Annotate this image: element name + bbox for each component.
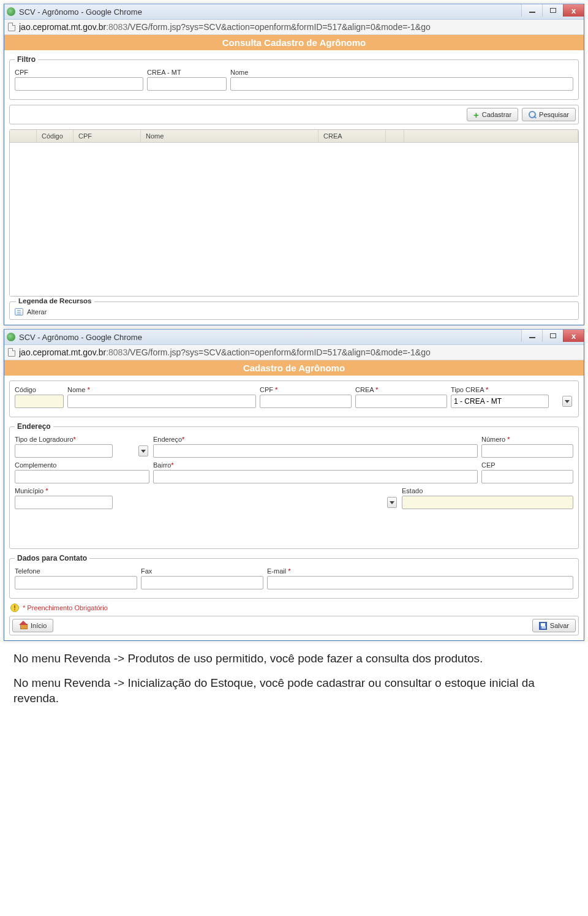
search-icon	[529, 111, 536, 118]
legenda-item-alterar: Alterar	[15, 308, 573, 316]
page-title: Cadastro de Agrônomo	[4, 360, 584, 376]
contato-fieldset: Dados para Contato Telefone Fax E-mail *	[9, 554, 579, 599]
titlebar[interactable]: SCV - Agrônomo - Google Chrome x	[4, 4, 584, 20]
telefone-input[interactable]	[15, 576, 137, 589]
endereco-input[interactable]	[153, 444, 478, 458]
window-title: SCV - Agrônomo - Google Chrome	[19, 7, 142, 17]
numero-input[interactable]	[481, 444, 573, 458]
page-content: Consulta Cadastro de Agrônomo Filtro CPF…	[4, 35, 584, 325]
cadastrar-label: Cadastrar	[482, 111, 511, 118]
email-input[interactable]	[267, 576, 573, 589]
button-bar: + Cadastrar Pesquisar	[9, 105, 579, 124]
maximize-button[interactable]	[542, 4, 563, 17]
crea-label: CREA *	[355, 386, 447, 393]
filtro-legend: Filtro	[15, 55, 38, 64]
window-controls: x	[521, 4, 584, 17]
nome-label: Nome	[230, 69, 573, 76]
document-icon	[8, 348, 15, 357]
footer-bar: Início Salvar	[9, 616, 579, 635]
cep-input[interactable]	[481, 470, 573, 483]
grid-col-codigo[interactable]: Código	[37, 130, 74, 142]
pesquisar-label: Pesquisar	[539, 111, 569, 118]
endereco-legend: Endereço	[15, 422, 53, 431]
url-port: :8083	[106, 22, 127, 32]
grid-col-nome[interactable]: Nome	[141, 130, 318, 142]
url-text: jao.cepromat.mt.gov.br:8083/VEG/form.jsp…	[19, 347, 431, 357]
required-note-text: * Preenchimento Obrigatório	[23, 604, 108, 611]
page-title: Consulta Cadastro de Agrônomo	[4, 35, 584, 50]
inicio-button[interactable]: Início	[12, 619, 53, 632]
inicio-label: Início	[31, 622, 47, 629]
cadastrar-button[interactable]: + Cadastrar	[467, 108, 518, 121]
window-title: SCV - Agrônomo - Google Chrome	[19, 333, 142, 342]
legenda-title: Legenda de Recursos	[16, 297, 94, 305]
document-icon	[8, 23, 15, 31]
url-path: /VEG/form.jsp?sys=SCV&action=openform&fo…	[127, 22, 431, 32]
complemento-input[interactable]	[15, 470, 149, 483]
window-consulta: SCV - Agrônomo - Google Chrome x jao.cep…	[4, 4, 584, 325]
fax-input[interactable]	[141, 576, 263, 589]
grid-header: Código CPF Nome CREA	[10, 130, 578, 143]
results-grid: Código CPF Nome CREA	[9, 129, 579, 297]
chevron-down-icon	[138, 445, 148, 456]
url-text: jao.cepromat.mt.gov.br:8083/VEG/form.jsp…	[19, 22, 431, 32]
tipo-crea-label: Tipo CREA *	[451, 386, 573, 393]
url-host: jao.cepromat.mt.gov.br	[19, 22, 106, 32]
contato-legend: Dados para Contato	[15, 554, 89, 562]
maximize-button[interactable]	[542, 330, 563, 342]
nome-input[interactable]	[67, 395, 256, 408]
grid-col-extra2[interactable]	[404, 130, 578, 142]
minimize-button[interactable]	[521, 330, 542, 342]
favicon-icon	[7, 333, 15, 341]
paragraph-2: No menu Revenda -> Inicialização do Esto…	[13, 675, 575, 706]
crea-input[interactable]	[355, 395, 447, 408]
numero-label: Número *	[481, 436, 573, 443]
grid-col-cpf[interactable]: CPF	[74, 130, 141, 142]
home-icon	[19, 622, 28, 629]
endereco-label: Endereço*	[153, 436, 478, 443]
window-cadastro: SCV - Agrônomo - Google Chrome x jao.cep…	[4, 329, 584, 641]
crea-label: CREA - MT	[147, 69, 227, 76]
legenda-box: Legenda de Recursos Alterar	[9, 301, 579, 320]
salvar-button[interactable]: Salvar	[532, 619, 576, 632]
grid-col-crea[interactable]: CREA	[318, 130, 386, 142]
tipo-crea-select[interactable]	[451, 395, 549, 408]
nome-input[interactable]	[230, 77, 573, 91]
favicon-icon	[7, 7, 15, 16]
municipio-label: Município *	[15, 487, 398, 494]
bairro-input[interactable]	[153, 470, 478, 483]
tipo-log-select[interactable]	[15, 444, 113, 458]
url-bar[interactable]: jao.cepromat.mt.gov.br:8083/VEG/form.jsp…	[4, 20, 584, 35]
cpf-label: CPF *	[260, 386, 352, 393]
close-button[interactable]: x	[563, 330, 584, 342]
paragraph-1: No menu Revenda -> Produtos de uso permi…	[13, 651, 575, 667]
bairro-label: Bairro*	[153, 461, 478, 469]
grid-col-blank[interactable]	[10, 130, 37, 142]
save-icon	[539, 622, 547, 630]
cpf-input[interactable]	[260, 395, 352, 408]
grid-body[interactable]	[10, 143, 578, 296]
edit-icon	[15, 308, 23, 316]
endereco-fieldset: Endereço Tipo de Logradouro* Endereço* N…	[9, 422, 579, 549]
chevron-down-icon	[387, 497, 397, 508]
codigo-input[interactable]	[15, 395, 64, 408]
window-controls: x	[521, 330, 584, 342]
url-bar[interactable]: jao.cepromat.mt.gov.br:8083/VEG/form.jsp…	[4, 345, 584, 360]
close-button[interactable]: x	[563, 4, 584, 17]
crea-input[interactable]	[147, 77, 227, 91]
grid-col-extra1[interactable]	[386, 130, 404, 142]
estado-input[interactable]	[402, 496, 573, 509]
pesquisar-button[interactable]: Pesquisar	[522, 108, 576, 121]
tipo-log-label: Tipo de Logradouro*	[15, 436, 149, 443]
plus-icon: +	[473, 110, 479, 119]
email-label: E-mail *	[267, 567, 573, 575]
cpf-input[interactable]	[15, 77, 143, 91]
municipio-select[interactable]	[15, 496, 113, 509]
document-text: No menu Revenda -> Produtos de uso permi…	[0, 645, 588, 706]
nome-label: Nome *	[67, 386, 256, 393]
titlebar[interactable]: SCV - Agrônomo - Google Chrome x	[4, 329, 584, 345]
page-content: Cadastro de Agrônomo Código Nome * CPF *…	[4, 360, 584, 640]
minimize-button[interactable]	[521, 4, 542, 17]
url-path: /VEG/form.jsp?sys=SCV&action=openform&fo…	[127, 347, 431, 357]
legenda-alterar-label: Alterar	[27, 308, 47, 316]
